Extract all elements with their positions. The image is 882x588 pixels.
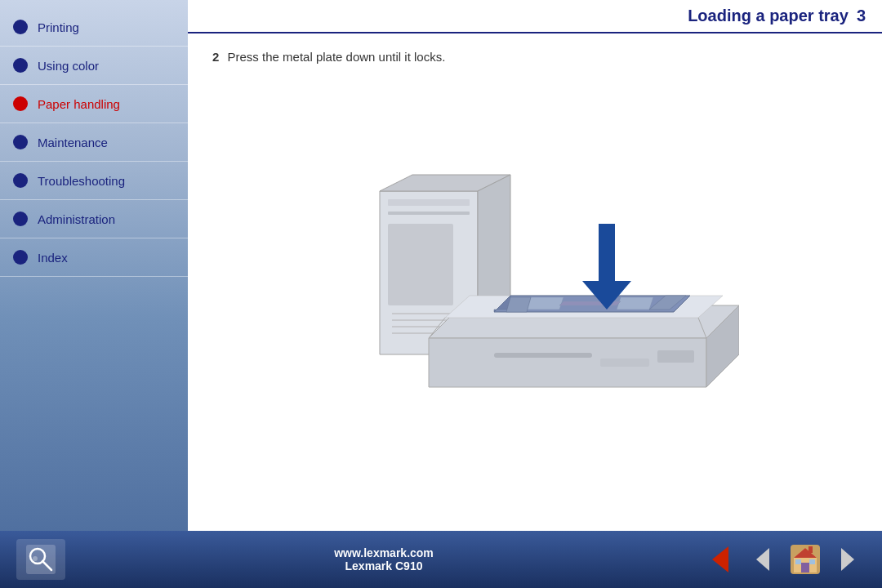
page-title: Loading a paper tray xyxy=(688,7,849,25)
sidebar-bullet-troubleshooting xyxy=(13,173,28,188)
svg-rect-14 xyxy=(494,353,592,358)
sidebar-bullet-using-color xyxy=(13,58,28,73)
home-icon xyxy=(787,541,823,577)
back-button[interactable] xyxy=(702,541,738,577)
svg-rect-16 xyxy=(657,350,694,363)
sidebar-item-index[interactable]: Index xyxy=(0,238,188,277)
svg-rect-36 xyxy=(801,563,809,572)
prev-arrow-icon xyxy=(753,546,773,572)
svg-marker-22 xyxy=(617,297,653,310)
svg-marker-24 xyxy=(506,297,531,312)
sidebar-bullet-paper-handling xyxy=(13,96,28,111)
sidebar-label-using-color: Using color xyxy=(38,59,99,73)
sidebar-label-paper-handling: Paper handling xyxy=(38,97,120,111)
sidebar-label-index: Index xyxy=(38,251,68,265)
step-number: 2 xyxy=(212,50,219,64)
search-button[interactable] xyxy=(16,539,65,580)
svg-rect-38 xyxy=(809,559,815,564)
search-icon xyxy=(24,543,57,576)
content-area: Loading a paper tray 3 2 Press the metal… xyxy=(188,0,882,531)
sidebar-label-administration: Administration xyxy=(38,212,115,226)
sidebar: Printing Using color Paper handling Main… xyxy=(0,0,188,531)
sidebar-label-printing: Printing xyxy=(38,20,79,34)
back-arrow-icon xyxy=(712,546,728,572)
svg-rect-15 xyxy=(600,359,649,367)
sidebar-bullet-administration xyxy=(13,212,28,226)
page-number: 3 xyxy=(857,7,866,25)
next-arrow-icon xyxy=(838,546,858,572)
sidebar-bullet-printing xyxy=(13,20,28,34)
svg-rect-3 xyxy=(388,199,470,206)
next-button[interactable] xyxy=(830,541,866,577)
sidebar-label-maintenance: Maintenance xyxy=(38,136,108,149)
sidebar-item-using-color[interactable]: Using color xyxy=(0,47,188,85)
footer-product: Lexmark C910 xyxy=(345,559,423,572)
svg-rect-4 xyxy=(388,212,470,215)
footer-center: www.lexmark.com Lexmark C910 xyxy=(334,546,434,572)
svg-point-31 xyxy=(33,556,38,561)
footer-url: www.lexmark.com xyxy=(334,546,434,559)
sidebar-bullet-maintenance xyxy=(13,135,28,149)
sidebar-item-administration[interactable]: Administration xyxy=(0,200,188,238)
svg-marker-40 xyxy=(841,548,854,571)
sidebar-item-printing[interactable]: Printing xyxy=(0,8,188,47)
sidebar-label-troubleshooting: Troubleshooting xyxy=(38,174,125,188)
svg-marker-26 xyxy=(599,224,615,281)
home-button[interactable] xyxy=(787,541,823,577)
step-description: Press the metal plate down until it lock… xyxy=(228,50,446,64)
content-header: Loading a paper tray 3 xyxy=(188,0,882,33)
prev-button[interactable] xyxy=(745,541,781,577)
sidebar-item-troubleshooting[interactable]: Troubleshooting xyxy=(0,162,188,200)
svg-marker-32 xyxy=(756,548,769,571)
svg-marker-21 xyxy=(527,297,564,310)
sidebar-bullet-index xyxy=(13,250,28,265)
footer: www.lexmark.com Lexmark C910 xyxy=(0,531,882,588)
svg-rect-39 xyxy=(808,546,813,553)
footer-navigation xyxy=(702,541,866,577)
svg-rect-5 xyxy=(388,224,453,305)
step-instruction: 2 Press the metal plate down until it lo… xyxy=(212,50,858,64)
printer-tray-illustration xyxy=(331,167,739,428)
sidebar-item-paper-handling[interactable]: Paper handling xyxy=(0,85,188,123)
sidebar-item-maintenance[interactable]: Maintenance xyxy=(0,123,188,162)
illustration-container xyxy=(212,80,858,514)
svg-rect-37 xyxy=(795,559,801,564)
content-body: 2 Press the metal plate down until it lo… xyxy=(188,33,882,531)
